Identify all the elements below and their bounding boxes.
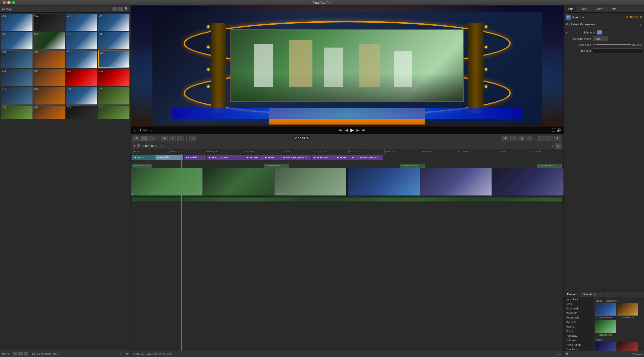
tool-select[interactable]: ✣ [133, 136, 140, 141]
clip-014[interactable]: 014 [33, 69, 65, 86]
cat-punchline[interactable]: Punchline [564, 347, 594, 351]
cat-lens-pack[interactable]: Lens Pack [564, 297, 594, 302]
clip-017[interactable]: 017 [1, 87, 33, 105]
blending-mode-select[interactable]: Add ⌄ [593, 36, 608, 41]
add-clip-icon[interactable]: ⊕ [2, 352, 5, 356]
timeline-settings[interactable]: ⚙ [555, 143, 561, 149]
timeline-zoom-in[interactable]: + [552, 144, 553, 147]
param-chevron[interactable]: ▶ [566, 31, 568, 34]
clip-021[interactable]: 021 [1, 105, 33, 119]
cat-light-leak[interactable]: Light Leak [564, 306, 594, 311]
glossiness-slider[interactable] [596, 44, 631, 45]
clip-015[interactable]: 015 [66, 69, 97, 86]
clip-008[interactable]: 008 [98, 32, 130, 50]
tab-themes[interactable]: Themes [564, 292, 580, 297]
fast-forward-icon[interactable]: ⏭ [362, 128, 365, 132]
tool-share[interactable]: ↑ [546, 136, 553, 141]
remove-clip-icon[interactable]: ⊖ [6, 352, 9, 356]
minimize-button[interactable] [7, 1, 11, 4]
tab-info[interactable]: Info [608, 6, 621, 12]
search-effects-icon[interactable]: 🔍 [566, 352, 569, 356]
timeline-zoom-out[interactable]: - [549, 144, 550, 147]
clip-appearance-icon[interactable]: ⋮ [119, 352, 122, 355]
zoom-in-icon[interactable]: ⊞ [149, 128, 152, 132]
grid-size-icon[interactable] [18, 352, 23, 355]
clip-013[interactable]: 013 [1, 69, 33, 86]
next-frame-icon[interactable]: ▶ [356, 128, 359, 132]
rewind-icon[interactable]: ⏮ [339, 128, 343, 132]
clip-020[interactable]: 020 [98, 87, 130, 105]
tool-zoom[interactable]: ⌕ [149, 136, 156, 141]
clip-worldcup[interactable]: ☛ WORLD CUP [335, 155, 358, 160]
cat-lens[interactable]: Lens [564, 302, 594, 306]
clip-football[interactable]: ☛ Football... [184, 155, 206, 160]
clip-004[interactable]: 004 [98, 14, 130, 31]
clip-playoffs2[interactable]: ☛ PLAYOFFS [312, 155, 335, 160]
expand-icon[interactable]: ▲ [639, 23, 642, 26]
clip-016[interactable]: 016 [98, 69, 130, 86]
light-intro-swatch[interactable] [597, 30, 602, 34]
tool-audio-skimming[interactable]: ♫ [177, 136, 184, 141]
clip-006[interactable]: 006 [33, 32, 65, 50]
play-icon[interactable]: ▶ [350, 127, 354, 133]
zoom-out-icon[interactable]: ⊟ [133, 128, 136, 132]
clip-best-2012-1[interactable]: ☛ BEST_OF_2012 [207, 155, 245, 160]
tool-snapping[interactable]: ⊕ [161, 136, 168, 141]
light-intro-arrow[interactable]: ⌄ [603, 31, 605, 34]
audio-icon[interactable]: 🔊 [557, 128, 561, 132]
view-grid-icon[interactable] [112, 7, 117, 11]
cat-nature[interactable]: Nature [564, 324, 594, 329]
prev-frame-icon[interactable]: ◀ [345, 128, 348, 132]
clip-010[interactable]: 010 [33, 50, 65, 68]
tool-title[interactable]: T [527, 136, 533, 141]
tool-skimming[interactable]: ≋ [169, 136, 176, 141]
clip-009[interactable]: 009 [1, 50, 33, 68]
clip-next[interactable]: ☛ NEXT [132, 155, 155, 160]
clip-022[interactable]: 022 [33, 105, 65, 119]
clip-best-season[interactable]: ☛ BEST_OF_SEASON [281, 155, 311, 160]
cat-paparazzi[interactable]: Paparazzi [564, 333, 594, 338]
cat-moon-light[interactable]: Moon Light [564, 315, 594, 320]
clip-007[interactable]: 007 [66, 32, 97, 50]
tool-color[interactable]: ◑ [518, 136, 525, 141]
view-toggle-icon[interactable] [13, 352, 17, 355]
timeline-action-icon[interactable]: ⋮ [160, 144, 163, 147]
tab-video[interactable]: Video [591, 6, 607, 12]
effect-transition-02[interactable]: Transition 02 [617, 303, 638, 319]
back-nav-icon[interactable]: ◀ [133, 144, 135, 147]
main-video-track[interactable]: 28 80 Bowers [131, 168, 564, 196]
tool-connections[interactable]: ⌥ [189, 136, 196, 141]
effect-around-wall[interactable]: Around the Wall [617, 342, 638, 351]
cat-news[interactable]: News [564, 329, 594, 333]
effect-transition-03[interactable]: Transition 03 [595, 320, 616, 336]
cat-patterns[interactable]: Patterns [564, 338, 594, 342]
view-list-icon[interactable] [118, 7, 123, 11]
clip-005[interactable]: 005 [1, 32, 33, 50]
clip-003[interactable]: 003 [66, 14, 97, 31]
fullscreen-icon[interactable]: ⛶ [552, 128, 555, 132]
cat-magmoto[interactable]: MagMoto [564, 311, 594, 315]
clip-002[interactable]: 002 [33, 14, 65, 31]
clip-001[interactable]: 001 [1, 14, 33, 31]
list-view-icon[interactable] [24, 352, 28, 355]
tab-text[interactable]: Text [578, 6, 591, 12]
tool-transcode[interactable]: ↓ [538, 136, 545, 141]
clip-best-2012-2[interactable]: ☛ BEST_OF_2012 [358, 155, 383, 160]
clip-018[interactable]: 018 [33, 87, 65, 105]
tool-settings[interactable]: ⚙ [502, 136, 509, 141]
clip-world[interactable]: ☛ WORLD... [263, 155, 281, 160]
maximize-button[interactable] [12, 1, 15, 4]
clip-score[interactable]: ☛ SCORE... [245, 155, 263, 160]
clip-024[interactable]: 024 [98, 105, 130, 119]
clip-012[interactable]: 012 [98, 50, 130, 68]
cat-mopush[interactable]: MoPush [564, 320, 594, 324]
clip-023[interactable]: 023 [66, 105, 97, 119]
tab-scoreboard[interactable]: Scoreboard [580, 292, 601, 297]
search-icon[interactable]: 🔍 [125, 7, 129, 11]
tab-title[interactable]: Title [564, 6, 578, 12]
tool-blade[interactable]: ✄ [141, 136, 148, 141]
effect-transition-01[interactable]: Transition 01 [595, 303, 616, 319]
cat-photo-album[interactable]: Photo Album [564, 342, 594, 347]
playhead[interactable] [181, 154, 182, 351]
clip-011[interactable]: 011 [66, 50, 97, 68]
